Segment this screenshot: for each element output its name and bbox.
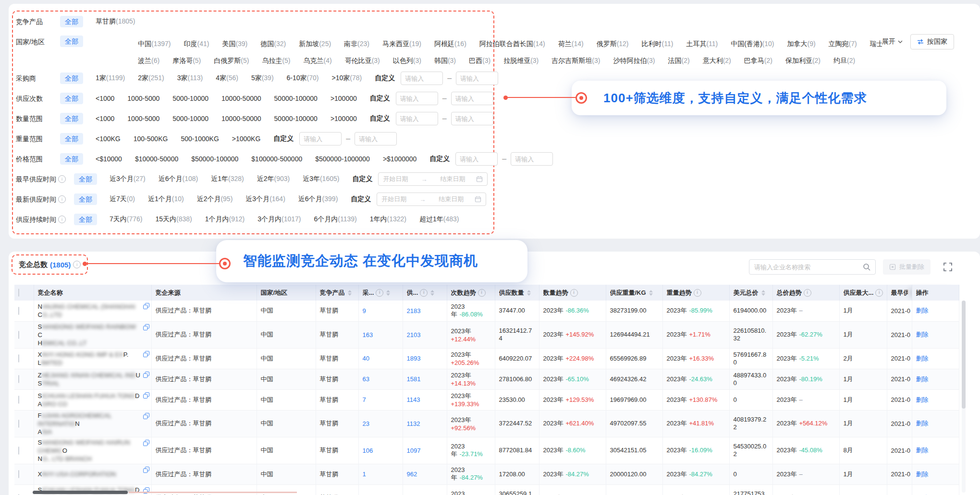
range-input-min[interactable] [401, 72, 443, 85]
filter-option[interactable]: 100-500KG [134, 135, 168, 143]
row-checkbox[interactable] [18, 420, 19, 428]
column-header[interactable]: 总价趋势i [772, 285, 839, 301]
filter-option[interactable]: >1000KG [232, 135, 261, 143]
filter-option[interactable]: 波兰(6) [138, 57, 159, 65]
column-header[interactable]: 重量趋势i [662, 285, 729, 301]
column-header[interactable]: 次数趋势i [447, 285, 495, 301]
filter-all-chip[interactable]: 全部 [60, 113, 83, 124]
filter-option[interactable]: 南非(23) [344, 40, 369, 48]
filter-option[interactable]: 比利时(11) [642, 40, 674, 48]
filter-option[interactable]: $100000-500000 [251, 155, 302, 163]
filter-option[interactable]: 近1个月(10) [148, 195, 184, 204]
info-icon[interactable]: i [804, 289, 811, 297]
sort-icon[interactable] [430, 290, 434, 296]
filter-option[interactable]: 摩洛哥(5) [172, 57, 201, 65]
filter-option[interactable]: 近3个月(164) [245, 195, 285, 204]
filter-option[interactable]: 以色列(3) [393, 57, 421, 65]
filter-option[interactable]: 乌拉圭(5) [262, 57, 290, 65]
filter-option[interactable]: 5家(39) [251, 74, 274, 83]
sort-icon[interactable] [527, 290, 531, 296]
filter-option[interactable]: 巴西(3) [469, 57, 490, 65]
column-header[interactable]: 最早供 [887, 285, 912, 301]
range-input-max[interactable] [456, 72, 498, 85]
custom-option[interactable]: 自定义 [370, 114, 390, 123]
filter-option[interactable]: 新加坡(25) [299, 40, 331, 48]
row-checkbox[interactable] [18, 470, 19, 478]
range-input-max[interactable] [355, 132, 397, 145]
column-header[interactable]: 竞企来源 [151, 285, 257, 301]
filter-option[interactable]: 立陶宛(7) [829, 40, 857, 48]
filter-option[interactable]: 白俄罗斯(5) [214, 57, 249, 65]
copy-icon[interactable] [143, 487, 149, 495]
filter-option[interactable]: 超过1年(483) [419, 215, 459, 224]
column-header[interactable]: 竞企名称 [34, 285, 151, 301]
row-checkbox[interactable] [18, 354, 19, 362]
range-input-min[interactable] [396, 112, 438, 125]
delete-link[interactable]: 删除 [916, 420, 929, 427]
delete-link[interactable]: 删除 [916, 447, 929, 454]
copy-icon[interactable] [143, 392, 149, 400]
filter-option[interactable]: >10家(78) [332, 74, 362, 83]
info-icon[interactable]: i [478, 289, 486, 297]
filter-option[interactable]: $50000-100000 [191, 155, 238, 163]
filter-all-chip[interactable]: 全部 [60, 153, 83, 165]
filter-option[interactable]: 5000-10000 [172, 95, 208, 102]
column-header[interactable]: 供...i [403, 285, 447, 301]
delete-link[interactable]: 删除 [916, 355, 929, 362]
filter-option[interactable]: 沙特阿拉伯(3) [613, 57, 655, 65]
filter-option[interactable]: 1个月内(912) [205, 215, 245, 224]
filter-option[interactable]: <1000 [96, 95, 114, 102]
delete-link[interactable]: 删除 [916, 396, 929, 403]
filter-option[interactable]: 中国(香港)(10) [731, 40, 774, 48]
batch-delete-button[interactable]: 批量删除 [883, 259, 931, 275]
info-icon[interactable]: i [694, 289, 701, 297]
filter-option[interactable]: 韩国(3) [434, 57, 456, 65]
filter-all-chip[interactable]: 全部 [60, 93, 83, 104]
date-range-input[interactable]: 开始日期→结束日期 [378, 172, 488, 186]
filter-all-chip[interactable]: 全部 [60, 36, 83, 47]
filter-option[interactable]: 6个月内(1139) [314, 215, 357, 224]
filter-option[interactable]: 马来西亚(19) [382, 40, 421, 48]
column-header[interactable]: 数量趋势i [539, 285, 606, 301]
delete-link[interactable]: 删除 [916, 471, 929, 478]
custom-option[interactable]: 自定义 [429, 155, 450, 163]
column-header[interactable]: 供应最大...i [839, 285, 887, 301]
info-icon[interactable]: i [420, 289, 428, 297]
column-header[interactable]: 采...i [358, 285, 403, 301]
filter-option[interactable]: <1000 [96, 115, 114, 122]
delete-link[interactable]: 删除 [916, 307, 929, 314]
row-checkbox[interactable] [18, 396, 19, 404]
filter-all-chip[interactable]: 全部 [74, 173, 97, 185]
filter-option[interactable]: 近1年(328) [211, 175, 244, 183]
info-icon[interactable]: i [73, 261, 81, 268]
filter-option[interactable]: 近3个月(27) [110, 175, 146, 183]
filter-option[interactable]: 拉脱维亚(3) [503, 57, 539, 65]
filter-option[interactable]: 1000-5000 [127, 115, 159, 122]
custom-option[interactable]: 自定义 [370, 94, 390, 103]
filter-option[interactable]: 15天内(838) [155, 215, 192, 224]
filter-option[interactable]: 1家(1199) [96, 74, 125, 83]
filter-option[interactable]: 意大利(2) [703, 57, 731, 65]
range-input-max[interactable] [451, 92, 493, 105]
delete-link[interactable]: 删除 [916, 331, 929, 338]
custom-option[interactable]: 自定义 [375, 74, 395, 83]
filter-option[interactable]: 近2个月(95) [197, 195, 233, 204]
info-icon[interactable]: i [58, 216, 66, 223]
filter-all-chip[interactable]: 全部 [60, 133, 83, 145]
info-icon[interactable]: i [58, 175, 66, 183]
filter-option[interactable]: 近3年(1605) [303, 175, 339, 183]
custom-option[interactable]: 自定义 [352, 175, 372, 183]
copy-icon[interactable] [143, 440, 149, 448]
filter-option[interactable]: 荷兰(14) [558, 40, 584, 48]
filter-option[interactable]: 巴拿马(2) [744, 57, 772, 65]
custom-option[interactable]: 自定义 [351, 195, 371, 204]
custom-option[interactable]: 自定义 [273, 134, 294, 143]
copy-icon[interactable] [143, 413, 149, 421]
column-header[interactable]: 国家/地区 [257, 285, 316, 301]
filter-all-chip[interactable]: 全部 [60, 16, 83, 27]
filter-option[interactable]: 2家(251) [138, 74, 164, 83]
filter-all-chip[interactable]: 全部 [74, 214, 97, 225]
fullscreen-icon[interactable] [943, 263, 952, 271]
filter-option[interactable]: 1年内(1322) [370, 215, 406, 224]
filter-option[interactable]: >100000 [331, 115, 357, 122]
